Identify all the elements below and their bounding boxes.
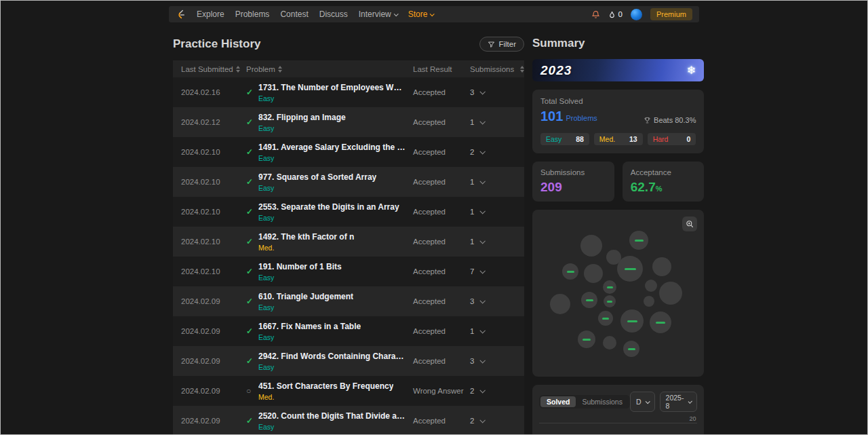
tag-bubble[interactable] — [604, 295, 616, 307]
column-header-submissions[interactable]: Submissions — [470, 65, 524, 73]
submissions-count: 1 — [470, 238, 474, 246]
difficulty-label: Easy — [258, 303, 353, 311]
expand-chevron-icon[interactable] — [480, 298, 486, 303]
tag-bubble[interactable] — [562, 263, 578, 280]
problem-title[interactable]: 2520. Count the Digits That Divide a Num… — [258, 411, 406, 421]
problem-title[interactable]: 451. Sort Characters By Frequency — [258, 381, 393, 391]
notification-bell-icon[interactable] — [591, 10, 600, 19]
table-row[interactable]: 2024.02.10✓191. Number of 1 BitsEasyAcce… — [173, 257, 524, 286]
tag-bubble[interactable] — [620, 309, 644, 333]
problem-title[interactable]: 977. Squares of a Sorted Array — [258, 172, 376, 182]
accepted-check-icon: ✓ — [246, 207, 258, 216]
tag-bubble[interactable] — [659, 282, 682, 305]
tag-bubble[interactable] — [598, 311, 613, 326]
expand-chevron-icon[interactable] — [480, 417, 486, 423]
problem-title[interactable]: 1491. Average Salary Excluding the Minim… — [258, 143, 406, 152]
table-row[interactable]: 2024.02.10✓2553. Separate the Digits in … — [173, 197, 524, 227]
beats-label: Beats 80.3% — [654, 116, 696, 124]
tag-bubble[interactable] — [584, 264, 603, 283]
leetcode-logo[interactable] — [176, 9, 186, 20]
tag-bubble-label — [602, 318, 609, 320]
table-body: 2024.02.16✓1731. The Number of Employees… — [173, 77, 524, 435]
row-problem: ○451. Sort Characters By FrequencyMed. — [246, 381, 413, 401]
nav-item-discuss[interactable]: Discuss — [319, 10, 348, 19]
nav-right: 0 Premium — [591, 8, 692, 20]
tag-bubble[interactable] — [603, 280, 616, 294]
table-row[interactable]: 2024.02.10✓977. Squares of a Sorted Arra… — [173, 167, 524, 197]
nav-item-interview[interactable]: Interview — [359, 10, 397, 19]
tag-bubble[interactable] — [603, 336, 616, 349]
sort-up-arrow — [520, 66, 524, 69]
expand-chevron-icon[interactable] — [480, 387, 486, 393]
expand-chevron-icon[interactable] — [480, 149, 486, 154]
tag-bubble[interactable] — [578, 330, 595, 348]
tag-bubble[interactable] — [629, 231, 648, 250]
tag-bubble[interactable] — [650, 311, 671, 333]
tag-bubble[interactable] — [623, 341, 639, 357]
column-header-problem[interactable]: Problem — [246, 65, 413, 73]
tag-bubble[interactable] — [617, 256, 643, 282]
table-row[interactable]: 2024.02.10✓1491. Average Salary Excludin… — [173, 137, 524, 167]
submissions-count: 1 — [470, 118, 474, 126]
problem-title[interactable]: 1667. Fix Names in a Table — [258, 322, 361, 331]
premium-button[interactable]: Premium — [650, 8, 692, 20]
year-banner[interactable]: 2023 ❄ — [532, 59, 704, 81]
table-row[interactable]: 2024.02.16✓1731. The Number of Employees… — [173, 77, 524, 107]
nav-item-contest[interactable]: Contest — [280, 10, 308, 19]
table-row[interactable]: 2024.02.09○451. Sort Characters By Frequ… — [173, 376, 524, 406]
toggle-solved[interactable]: Solved — [540, 396, 576, 407]
problem-title[interactable]: 1492. The kth Factor of n — [258, 232, 354, 242]
table-row[interactable]: 2024.02.09✓2942. Find Words Containing C… — [173, 346, 524, 376]
problem-title[interactable]: 610. Triangle Judgement — [258, 292, 353, 301]
expand-chevron-icon[interactable] — [480, 238, 486, 244]
tag-bubble[interactable] — [645, 280, 657, 292]
column-header-last-submitted[interactable]: Last Submitted — [173, 65, 246, 73]
problem-title[interactable]: 2942. Find Words Containing Character — [258, 352, 406, 361]
table-row[interactable]: 2024.02.09✓2520. Count the Digits That D… — [173, 406, 524, 435]
period-select[interactable]: 2025-8 — [660, 392, 698, 412]
problem-titles: 191. Number of 1 BitsEasy — [258, 262, 349, 282]
acceptance-label: Acceptance — [631, 168, 696, 176]
table-row[interactable]: 2024.02.09✓1667. Fix Names in a TableEas… — [173, 316, 524, 346]
activity-toggle: SolvedSubmissions — [539, 395, 630, 409]
filter-button[interactable]: Filter — [479, 37, 524, 52]
tag-bubble[interactable] — [644, 296, 654, 307]
problem-title[interactable]: 2553. Separate the Digits in an Array — [258, 202, 399, 212]
nav-item-label: Explore — [197, 10, 224, 19]
tag-bubble[interactable] — [550, 294, 570, 314]
expand-chevron-icon[interactable] — [480, 119, 486, 124]
interval-select[interactable]: D — [630, 392, 655, 412]
row-problem: ✓832. Flipping an ImageEasy — [246, 113, 413, 132]
tag-bubble-label — [607, 301, 612, 303]
problem-title[interactable]: 191. Number of 1 Bits — [258, 262, 342, 271]
activity-selects: D 2025-8 — [630, 392, 697, 412]
problem-title[interactable]: 1731. The Number of Employees Which Repo… — [258, 83, 406, 92]
accepted-check-icon: ✓ — [246, 356, 258, 366]
expand-chevron-icon[interactable] — [480, 328, 486, 333]
expand-chevron-icon[interactable] — [480, 208, 486, 214]
problem-titles: 832. Flipping an ImageEasy — [258, 113, 353, 132]
toggle-submissions[interactable]: Submissions — [576, 396, 629, 407]
avatar[interactable] — [631, 9, 642, 20]
table-row[interactable]: 2024.02.12✓832. Flipping an ImageEasyAcc… — [173, 107, 524, 137]
row-submissions: 1 — [470, 238, 524, 246]
funnel-icon — [488, 41, 495, 48]
chart-tick-label: 20 — [689, 415, 696, 422]
expand-chevron-icon[interactable] — [480, 358, 486, 363]
row-last-result: Accepted — [413, 267, 470, 276]
table-row[interactable]: 2024.02.10✓1492. The kth Factor of nMed.… — [173, 227, 524, 257]
expand-chevron-icon[interactable] — [480, 89, 486, 94]
tag-bubble[interactable] — [581, 292, 597, 308]
tag-bubble[interactable] — [652, 257, 671, 276]
nav-item-problems[interactable]: Problems — [235, 10, 270, 19]
tag-bubble[interactable] — [580, 235, 602, 257]
nav-item-store[interactable]: Store — [408, 10, 434, 19]
problem-title[interactable]: 832. Flipping an Image — [258, 113, 346, 122]
nav-item-explore[interactable]: Explore — [197, 10, 224, 19]
streak-counter[interactable]: 0 — [608, 10, 623, 19]
pill-hard: Hard0 — [648, 133, 696, 145]
expand-chevron-icon[interactable] — [480, 268, 486, 273]
table-row[interactable]: 2024.02.09✓610. Triangle JudgementEasyAc… — [173, 286, 524, 316]
zoom-button[interactable] — [682, 216, 697, 231]
expand-chevron-icon[interactable] — [480, 178, 486, 184]
